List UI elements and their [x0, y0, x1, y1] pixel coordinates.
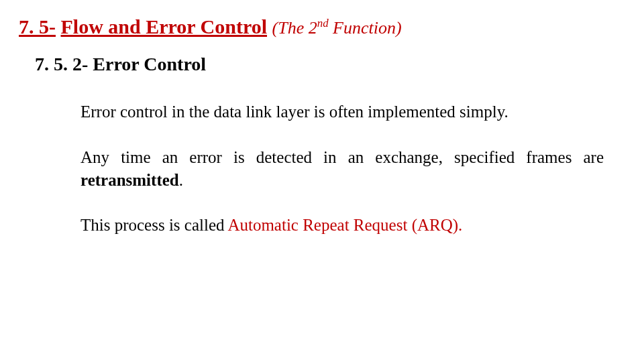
- heading-number: 7. 5-: [19, 15, 56, 38]
- slide: 7. 5- Flow and Error Control (The 2nd Fu…: [0, 0, 644, 362]
- subheading-title: Error Control: [93, 54, 206, 74]
- paragraph-2: Any time an error is detected in an exch…: [80, 146, 604, 192]
- heading-note: (The 2nd Function): [272, 18, 402, 38]
- paragraph-1: Error control in the data link layer is …: [80, 101, 604, 123]
- paragraph-3: This process is called Automatic Repeat …: [80, 214, 604, 237]
- section-heading: 7. 5- Flow and Error Control (The 2nd Fu…: [19, 15, 402, 39]
- subheading-number: 7. 5. 2: [35, 54, 82, 74]
- body-text: Error control in the data link layer is …: [80, 101, 604, 259]
- heading-title: Flow and Error Control: [61, 15, 268, 38]
- subsection-heading: 7. 5. 2- Error Control: [35, 54, 206, 75]
